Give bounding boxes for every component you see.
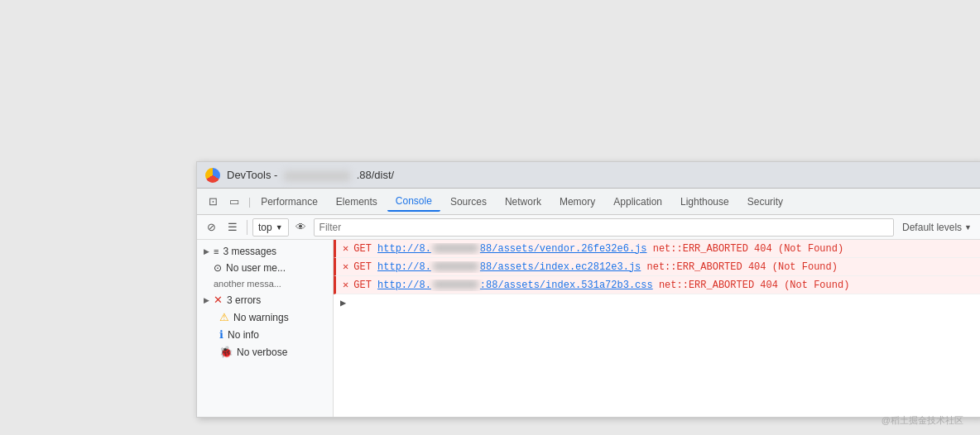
title-url: .88/dist/ <box>357 169 395 181</box>
title-main: DevTools - <box>227 169 277 181</box>
console-area: ✕ GET http://8.88/assets/vendor.26fe32e6… <box>334 240 980 417</box>
chevron-down-icon: ▼ <box>276 223 283 232</box>
expand-arrow-messages: ▶ <box>204 247 209 256</box>
tab-network[interactable]: Network <box>497 193 550 211</box>
warning-icon: ⚠ <box>219 311 229 323</box>
device-icon[interactable]: ▭ <box>225 193 243 211</box>
tab-elements[interactable]: Elements <box>328 193 386 211</box>
devtools-window: DevTools - .88/dist/ ⊡ ▭ | Performance E… <box>196 161 980 418</box>
tab-security[interactable]: Security <box>739 193 791 211</box>
title-bar: DevTools - .88/dist/ <box>197 162 980 189</box>
sidebar-verbose[interactable]: 🐞 No verbose <box>197 343 333 361</box>
error-text-2: net::ERR_ABORTED 404 (Not Found) <box>647 261 838 273</box>
sidebar-errors-label: 3 errors <box>227 294 261 306</box>
row-error-icon-2: ✕ <box>343 261 348 273</box>
tab-memory[interactable]: Memory <box>551 193 603 211</box>
sidebar-info-label: No info <box>228 329 259 341</box>
another-message-text: another messa... <box>214 279 281 289</box>
page-background: DevTools - .88/dist/ ⊡ ▭ | Performance E… <box>0 0 980 435</box>
sidebar-messages-label: 3 messages <box>223 246 276 257</box>
watermark: @稻土掘金技术社区 <box>882 414 963 427</box>
default-levels-label: Default levels <box>902 222 962 233</box>
row-error-icon-3: ✕ <box>343 279 348 291</box>
console-row-2-text: GET http://8.88/assets/index.ec2812e3.js… <box>353 261 838 273</box>
tab-bar-icons: ⊡ ▭ <box>200 193 247 211</box>
chevron-down-icon-levels: ▼ <box>964 223 972 232</box>
method-1: GET <box>353 243 377 255</box>
url-suffix-3[interactable]: :88/assets/index.531a72b3.css <box>480 280 653 291</box>
url-prefix-2[interactable]: http://8. <box>377 261 431 273</box>
cursor-icon[interactable]: ⊡ <box>204 193 222 211</box>
sidebar-user-messages[interactable]: ⊙ No user me... <box>197 260 333 276</box>
default-levels-button[interactable]: Default levels ▼ <box>897 222 977 233</box>
row-error-icon-1: ✕ <box>343 242 348 255</box>
expand-row[interactable]: ▶ <box>334 294 980 312</box>
url-prefix-3[interactable]: http://8. <box>377 280 431 291</box>
method-2: GET <box>353 261 377 273</box>
tab-application[interactable]: Application <box>605 193 670 211</box>
error-text-1: net::ERR_ABORTED 404 (Not Found) <box>653 243 843 255</box>
tab-bar: ⊡ ▭ | Performance Elements Console Sourc… <box>197 189 980 215</box>
tab-lighthouse[interactable]: Lighthouse <box>672 193 737 211</box>
method-3: GET <box>353 280 377 291</box>
sidebar-info[interactable]: ℹ No info <box>197 326 333 343</box>
url-suffix-1[interactable]: 88/assets/vendor.26fe32e6.js <box>480 243 647 255</box>
info-icon: ℹ <box>219 328 223 341</box>
toolbar: ⊘ ☰ top ▼ 👁 Default levels ▼ <box>197 215 980 240</box>
error-text-3: net::ERR_ABORTED 404 (Not Found) <box>659 280 849 291</box>
expand-arrow-errors: ▶ <box>204 296 209 304</box>
sidebar-warnings-label: No warnings <box>233 312 289 323</box>
chrome-icon <box>205 168 220 183</box>
error-icon: ✕ <box>214 294 223 306</box>
sidebar-another-messages[interactable]: another messa... <box>197 276 333 291</box>
filter-icon[interactable]: ☰ <box>223 218 242 237</box>
sidebar-verbose-label: No verbose <box>237 347 287 358</box>
tab-sources[interactable]: Sources <box>442 193 495 211</box>
url-suffix-2[interactable]: 88/assets/index.ec2812e3.js <box>480 261 641 273</box>
sidebar-user-messages-label: No user me... <box>226 262 286 274</box>
sidebar-messages[interactable]: ▶ ≡ 3 messages <box>197 243 333 260</box>
url-prefix-1[interactable]: http://8. <box>377 243 431 255</box>
verbose-icon: 🐞 <box>219 346 233 358</box>
console-row-3-text: GET http://8.:88/assets/index.531a72b3.c… <box>353 280 849 291</box>
sidebar-errors[interactable]: ▶ ✕ 3 errors <box>197 291 333 308</box>
filter-input[interactable] <box>314 218 894 237</box>
eye-icon[interactable]: 👁 <box>292 218 310 237</box>
content-area: ▶ ≡ 3 messages ⊙ No user me... another m… <box>197 240 980 417</box>
context-selector[interactable]: top ▼ <box>252 218 289 237</box>
tab-performance[interactable]: Performance <box>252 193 326 211</box>
console-row-2: ✕ GET http://8.88/assets/index.ec2812e3.… <box>334 258 980 276</box>
title-text: DevTools - .88/dist/ <box>227 169 394 181</box>
console-row-1: ✕ GET http://8.88/assets/vendor.26fe32e6… <box>334 240 980 258</box>
toolbar-divider <box>247 220 247 235</box>
user-message-icon: ⊙ <box>214 262 222 274</box>
console-row-1-text: GET http://8.88/assets/vendor.26fe32e6.j… <box>353 243 843 255</box>
clear-console-icon[interactable]: ⊘ <box>202 218 220 237</box>
sidebar-warnings[interactable]: ⚠ No warnings <box>197 308 333 326</box>
context-value: top <box>258 222 272 233</box>
tab-console[interactable]: Console <box>387 192 440 212</box>
sidebar: ▶ ≡ 3 messages ⊙ No user me... another m… <box>197 240 334 417</box>
expand-icon: ▶ <box>340 298 346 309</box>
console-row-3: ✕ GET http://8.:88/assets/index.531a72b3… <box>334 276 980 294</box>
